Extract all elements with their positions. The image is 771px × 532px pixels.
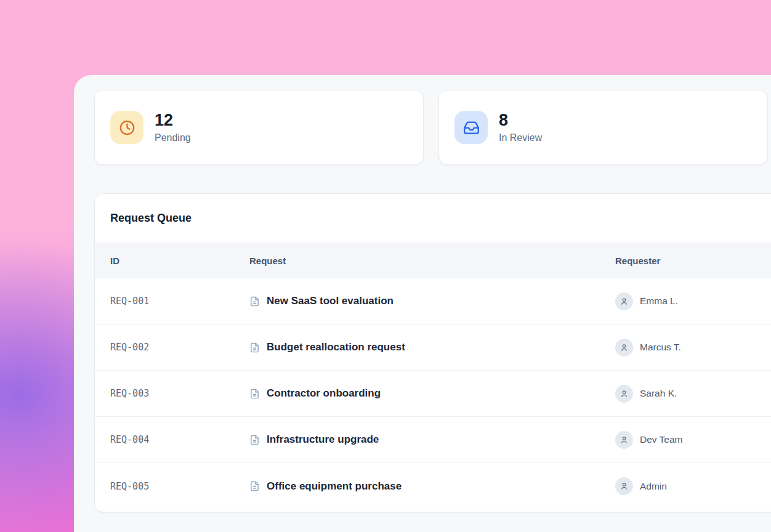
requester-name: Admin [640, 481, 667, 492]
column-header-requester: Requester [615, 256, 771, 266]
clock-icon [110, 111, 143, 144]
request-cell: Office equipment purchase [249, 480, 615, 493]
user-avatar-icon [615, 292, 633, 310]
table-row[interactable]: REQ-001 New SaaS tool evaluation Emma L. [95, 278, 771, 324]
file-text-icon [249, 342, 260, 353]
user-avatar-icon [615, 477, 633, 495]
user-avatar-icon [615, 431, 633, 449]
request-title: Infrastructure upgrade [267, 433, 379, 446]
file-text-icon [249, 435, 260, 445]
request-queue-card: Request Queue ID Request Requester REQ-0… [94, 193, 771, 512]
requester-cell: Emma L. [615, 292, 771, 310]
requester-cell: Sarah K. [615, 385, 771, 403]
file-text-icon [249, 389, 260, 399]
request-title: Budget reallocation request [267, 341, 405, 353]
requester-cell: Admin [615, 477, 771, 495]
requester-cell: Marcus T. [615, 339, 771, 357]
request-title: New SaaS tool evaluation [267, 295, 394, 307]
requester-name: Sarah K. [640, 388, 677, 399]
requester-cell: Dev Team [615, 431, 771, 449]
requester-name: Dev Team [640, 434, 683, 445]
inbox-icon [454, 111, 488, 144]
request-title: Contractor onboarding [267, 387, 381, 400]
table-row[interactable]: REQ-003 Contractor onboarding Sarah K. [95, 371, 771, 417]
table-title: Request Queue [110, 212, 192, 225]
stat-card-pending: 12 Pending [94, 90, 424, 165]
request-cell: New SaaS tool evaluation [249, 295, 615, 307]
request-id: REQ-001 [110, 296, 249, 307]
request-id: REQ-005 [110, 481, 249, 492]
request-title: Office equipment purchase [267, 480, 402, 493]
app-background: { "colors": { "background_pink": "#fdb2d… [0, 0, 771, 532]
column-header-id: ID [110, 256, 249, 266]
user-avatar-icon [615, 339, 633, 357]
stat-text: 12 Pending [155, 111, 191, 143]
file-text-icon [249, 481, 260, 491]
table-row[interactable]: REQ-004 Infrastructure upgrade Dev Team [95, 417, 771, 463]
request-id: REQ-003 [110, 388, 249, 399]
file-text-icon [249, 296, 260, 307]
requester-name: Marcus T. [640, 342, 681, 353]
requester-name: Emma L. [640, 296, 678, 307]
user-avatar-icon [615, 385, 633, 403]
in-review-count: 8 [499, 111, 542, 130]
request-cell: Infrastructure upgrade [249, 433, 615, 446]
stats-row: 12 Pending 8 In Review [94, 90, 768, 165]
request-cell: Contractor onboarding [249, 387, 615, 400]
content-panel: 12 Pending 8 In Review Request Queue ID … [74, 75, 771, 532]
stat-text: 8 In Review [499, 111, 542, 143]
stat-card-in-review: 8 In Review [438, 90, 768, 165]
table-title-row: Request Queue [95, 194, 771, 243]
table-row[interactable]: REQ-005 Office equipment purchase Admin [95, 463, 771, 509]
pending-label: Pending [155, 132, 191, 143]
request-id: REQ-002 [110, 342, 249, 353]
pending-count: 12 [155, 111, 191, 130]
column-header-request: Request [249, 256, 615, 266]
request-id: REQ-004 [110, 434, 249, 445]
in-review-label: In Review [499, 132, 542, 143]
table-header: ID Request Requester [95, 243, 771, 278]
request-cell: Budget reallocation request [249, 341, 615, 353]
table-row[interactable]: REQ-002 Budget reallocation request Marc… [95, 324, 771, 371]
